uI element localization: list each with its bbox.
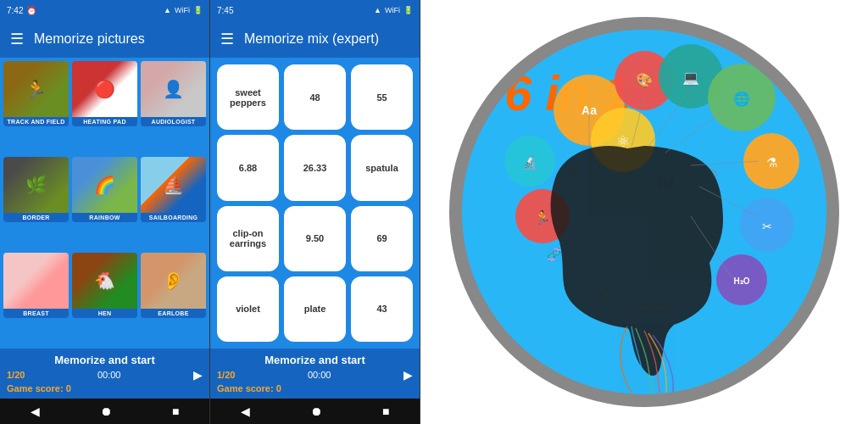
progress-1: 1/20 <box>7 370 25 380</box>
alarm-icon: ⏰ <box>26 6 36 15</box>
score-label-2: Game score: <box>217 383 274 393</box>
score-row-1: Game score: 0 <box>7 383 203 393</box>
back-button-1[interactable]: ◀ <box>31 404 40 418</box>
mix-cell[interactable]: 26.33 <box>284 135 346 200</box>
image-label: TRACK AND FIELD <box>3 117 69 126</box>
battery-icon-2: 🔋 <box>403 6 413 14</box>
nav-bar-1: ◀ ⏺ ■ <box>0 399 209 424</box>
mix-cell[interactable]: 69 <box>351 206 413 271</box>
svg-text:✂: ✂ <box>762 220 772 233</box>
menu-icon-2[interactable]: ☰ <box>220 30 234 48</box>
bottom-bar-1: Memorize and start 1/20 00:00 ▶ Game sco… <box>0 349 209 399</box>
image-label: BORDER <box>3 213 69 222</box>
status-time-2: 7:45 <box>217 6 233 15</box>
image-cell[interactable]: ⛵SAILBOARDING <box>141 157 206 222</box>
progress-row-2: 1/20 00:00 ▶ <box>217 368 413 382</box>
home-button-1[interactable]: ⏺ <box>100 404 112 418</box>
mix-cell[interactable]: 43 <box>351 276 413 342</box>
mix-cell[interactable]: plate <box>284 276 346 342</box>
status-icons-2: ▲ WiFi 🔋 <box>374 6 413 14</box>
image-cell[interactable]: 👂EARLOBE <box>141 253 206 318</box>
svg-text:🧬: 🧬 <box>547 248 562 262</box>
image-photo: ⛵ <box>141 157 206 213</box>
image-label: HEN <box>72 309 137 318</box>
phone1: 7:42 ⏰ ▲ WiFi 🔋 ☰ Memorize pictures 🏃TRA… <box>0 0 210 424</box>
status-icons-1: ▲ WiFi 🔋 <box>164 6 203 14</box>
brain-circle-inner: 6 in 1 Aa 🎨 💻 🌐 ⚗ <box>462 30 826 394</box>
app-content-2: sweet peppers48556.8826.33spatulaclip-on… <box>210 58 420 399</box>
svg-text:🔬: 🔬 <box>522 155 538 170</box>
image-cell[interactable]: 🐔HEN <box>72 253 137 318</box>
play-button-2[interactable]: ▶ <box>403 368 413 382</box>
image-cell[interactable]: 🔴HEATING PAD <box>72 61 137 126</box>
svg-text:💻: 💻 <box>682 70 699 86</box>
image-cell[interactable]: 🌈RAINBOW <box>72 157 137 222</box>
image-photo <box>3 253 69 309</box>
score-value-1: 0 <box>66 383 71 393</box>
image-photo: 🌿 <box>3 157 69 213</box>
status-bar-2: 7:45 ▲ WiFi 🔋 <box>210 0 420 20</box>
wifi-icon-2: WiFi <box>385 6 400 14</box>
image-grid: 🏃TRACK AND FIELD🔴HEATING PAD👤AUDIOLOGIST… <box>0 58 209 349</box>
home-button-2[interactable]: ⏺ <box>310 404 322 418</box>
progress-2: 1/20 <box>217 370 235 380</box>
image-photo: 🐔 <box>72 253 137 309</box>
time-1: 7:42 <box>7 6 23 15</box>
image-cell[interactable]: 👤AUDIOLOGIST <box>141 61 206 126</box>
image-label: AUDIOLOGIST <box>141 117 206 126</box>
app-header-1: ☰ Memorize pictures <box>0 20 209 58</box>
wifi-icon: WiFi <box>175 6 190 14</box>
svg-text:🎨: 🎨 <box>636 72 653 88</box>
image-label: RAINBOW <box>72 213 137 222</box>
mix-grid: sweet peppers48556.8826.33spatulaclip-on… <box>210 58 420 349</box>
mix-cell[interactable]: sweet peppers <box>217 64 279 130</box>
app-content-1: 🏃TRACK AND FIELD🔴HEATING PAD👤AUDIOLOGIST… <box>0 58 209 399</box>
mix-cell[interactable]: 6.88 <box>217 135 279 200</box>
app-header-2: ☰ Memorize mix (expert) <box>210 20 420 58</box>
recent-button-2[interactable]: ■ <box>382 404 389 418</box>
phone2: 7:45 ▲ WiFi 🔋 ☰ Memorize mix (expert) sw… <box>210 0 420 424</box>
image-photo: 🌈 <box>72 157 137 213</box>
image-label: HEATING PAD <box>72 117 137 126</box>
play-button-1[interactable]: ▶ <box>193 368 203 382</box>
back-button-2[interactable]: ◀ <box>241 404 250 418</box>
mix-cell[interactable]: 55 <box>351 64 413 130</box>
image-photo: 👂 <box>141 253 206 309</box>
image-cell[interactable]: BREAST <box>3 253 69 318</box>
signal-icon-2: ▲ <box>374 6 381 14</box>
score-value-2: 0 <box>276 383 281 393</box>
nav-bar-2: ◀ ⏺ ■ <box>210 399 420 424</box>
score-row-2: Game score: 0 <box>217 383 413 393</box>
brain-panel: 6 in 1 Aa 🎨 💻 🌐 ⚗ <box>420 0 868 424</box>
image-label: EARLOBE <box>141 309 206 318</box>
svg-text:H₂O: H₂O <box>734 276 750 286</box>
image-photo: 🔴 <box>72 61 137 117</box>
app-title-1: Memorize pictures <box>34 31 145 47</box>
brain-svg: 6 in 1 Aa 🎨 💻 🌐 ⚗ <box>462 30 826 394</box>
mix-cell[interactable]: violet <box>217 276 279 342</box>
status-time-1: 7:42 ⏰ <box>7 6 36 15</box>
recent-button-1[interactable]: ■ <box>172 404 179 418</box>
image-cell[interactable]: 🌿BORDER <box>3 157 69 222</box>
menu-icon-1[interactable]: ☰ <box>10 30 24 48</box>
app-title-2: Memorize mix (expert) <box>244 31 379 47</box>
svg-text:🏃: 🏃 <box>534 209 551 226</box>
image-label: SAILBOARDING <box>141 213 206 222</box>
progress-row-1: 1/20 00:00 ▶ <box>7 368 203 382</box>
image-photo: 🏃 <box>3 61 69 117</box>
mix-cell[interactable]: spatula <box>351 135 413 200</box>
svg-text:⚗: ⚗ <box>766 155 777 170</box>
signal-icon: ▲ <box>164 6 171 14</box>
mix-cell[interactable]: 9.50 <box>284 206 346 271</box>
status-bar-1: 7:42 ⏰ ▲ WiFi 🔋 <box>0 0 209 20</box>
image-cell[interactable]: 🏃TRACK AND FIELD <box>3 61 69 126</box>
timer-2: 00:00 <box>308 370 331 380</box>
mix-cell[interactable]: 48 <box>284 64 346 130</box>
brain-circle-outer: 6 in 1 Aa 🎨 💻 🌐 ⚗ <box>449 17 839 407</box>
image-photo: 👤 <box>141 61 206 117</box>
svg-text:🌐: 🌐 <box>733 91 750 107</box>
bottom-bar-2: Memorize and start 1/20 00:00 ▶ Game sco… <box>210 349 420 399</box>
mix-cell[interactable]: clip-on earrings <box>217 206 279 271</box>
memorize-title-2: Memorize and start <box>217 354 413 366</box>
image-label: BREAST <box>3 309 69 318</box>
